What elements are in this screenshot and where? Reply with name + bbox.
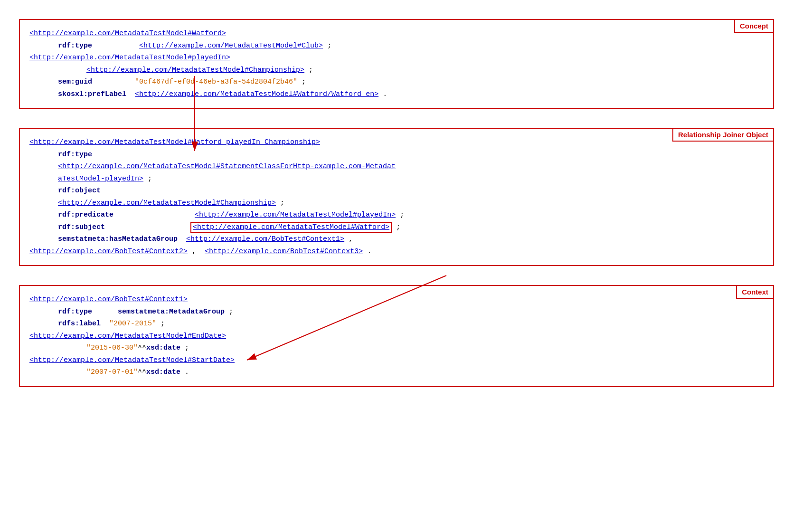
line-2-8: rdf:subject <http://example.com/Metadata… [29,221,764,234]
watford-playedin-uri[interactable]: <http://example.com/MetadataTestModel#Wa… [29,138,320,146]
line-1-3: <http://example.com/MetadataTestModel#pl… [29,52,764,64]
rdfs-label-pred: rdfs:label [58,320,101,328]
watford-subject-uri[interactable]: <http://example.com/MetadataTestModel#Wa… [193,223,389,231]
context1-uri[interactable]: <http://example.com/BobTest#Context1> [186,235,344,243]
rdf-object-pred: rdf [58,187,71,195]
club-uri[interactable]: <http://example.com/MetadataTestModel#Cl… [139,42,323,50]
blocks-wrapper: Concept <http://example.com/MetadataTest… [19,19,774,387]
startdate-value: "2007-07-01" [86,368,138,376]
watford-subject-highlight: <http://example.com/MetadataTestModel#Wa… [190,222,392,233]
line-2-2: rdf:type [29,149,764,161]
xsd-date-1: xsd [146,344,159,352]
line-1-4: <http://example.com/MetadataTestModel#Ch… [29,64,764,76]
rdf-type-pred: rdf [58,42,71,50]
line-3-7: "2007-07-01"^^xsd:date . [29,366,764,379]
line-2-9: semstatmeta:hasMetadataGroup <http://exa… [29,233,764,246]
context2-uri[interactable]: <http://example.com/BobTest#Context2> [29,247,188,256]
line-1-5: sem:guid "0cf467df-ef0d-46eb-a3fa-54d280… [29,76,764,88]
bobtest-context1-uri[interactable]: <http://example.com/BobTest#Context1> [29,295,188,304]
xsd-date-2: xsd [146,368,159,376]
page-container: Concept <http://example.com/MetadataTest… [9,10,784,522]
concept-block: Concept <http://example.com/MetadataTest… [19,19,774,109]
startdate-uri[interactable]: <http://example.com/MetadataTestModel#St… [29,356,235,364]
line-2-7: rdf:predicate <http://example.com/Metada… [29,209,764,221]
line-3-5: "2015-06-30"^^xsd:date ; [29,342,764,354]
relationship-joiner-block: Relationship Joiner Object <http://examp… [19,128,774,266]
line-3-2: rdf:type semstatmeta:MetadataGroup ; [29,306,764,318]
context3-uri[interactable]: <http://example.com/BobTest#Context3> [205,247,363,256]
semstatmeta-pred: semstatmeta:hasMetadataGroup [58,235,178,243]
line-2-4: aTestModel-playedIn> ; [29,173,764,185]
guid-value: "0cf467df-ef0d-46eb-a3fa-54d2804f2b46" [135,78,297,86]
enddate-value: "2015-06-30" [86,344,138,352]
playedin-uri-2[interactable]: <http://example.com/MetadataTestModel#pl… [195,211,396,219]
concept-badge: Concept [734,19,774,33]
context-block: Context <http://example.com/BobTest#Cont… [19,285,774,387]
watford-en-uri[interactable]: <http://example.com/MetadataTestModel#Wa… [135,90,378,98]
line-3-6: <http://example.com/MetadataTestModel#St… [29,354,764,367]
label-value: "2007-2015" [109,320,156,328]
line-2-10: <http://example.com/BobTest#Context2> , … [29,246,764,258]
statement-class-uri[interactable]: <http://example.com/MetadataTestModel#St… [58,162,396,171]
line-2-6: <http://example.com/MetadataTestModel#Ch… [29,197,764,209]
line-3-4: <http://example.com/MetadataTestModel#En… [29,330,764,342]
playedin-uri-1[interactable]: <http://example.com/MetadataTestModel#pl… [29,54,230,62]
line-3-1: <http://example.com/BobTest#Context1> [29,294,764,306]
statement-class-uri-2[interactable]: aTestModel-playedIn> [58,175,143,183]
sem-guid-pred: sem:guid [58,78,92,86]
rdf-type-pred-3: rdf [58,308,71,316]
relationship-joiner-badge: Relationship Joiner Object [672,128,774,142]
line-2-3: <http://example.com/MetadataTestModel#St… [29,161,764,173]
line-1-2: rdf:type <http://example.com/MetadataTes… [29,40,764,52]
skosxl-preflabel-pred: skosxl:prefLabel [58,90,126,98]
rdf-subject-pred: rdf [58,223,71,231]
watford-uri[interactable]: <http://example.com/MetadataTestModel#Wa… [29,29,226,38]
line-1-1: <http://example.com/MetadataTestModel#Wa… [29,28,764,40]
line-3-3: rdfs:label "2007-2015" ; [29,318,764,330]
line-2-5: rdf:object [29,185,764,197]
context-badge: Context [736,285,774,299]
rdf-predicate-pred: rdf [58,211,71,219]
rdf-type-pred-2: rdf [58,151,71,159]
enddate-uri[interactable]: <http://example.com/MetadataTestModel#En… [29,332,226,340]
championship-uri-2[interactable]: <http://example.com/MetadataTestModel#Ch… [58,199,276,207]
line-1-6: skosxl:prefLabel <http://example.com/Met… [29,88,764,101]
championship-uri-1[interactable]: <http://example.com/MetadataTestModel#Ch… [86,66,304,74]
line-2-1: <http://example.com/MetadataTestModel#Wa… [29,136,764,149]
